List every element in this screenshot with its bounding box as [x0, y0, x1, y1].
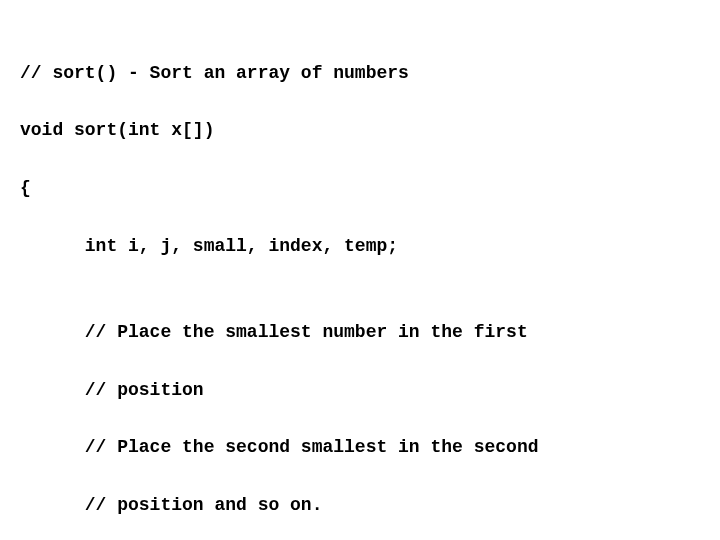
code-line: { [20, 174, 700, 203]
code-line: void sort(int x[]) [20, 116, 700, 145]
code-line: // position and so on. [20, 491, 700, 520]
code-block: // sort() - Sort an array of numbers voi… [0, 0, 720, 540]
code-line: int i, j, small, index, temp; [20, 232, 700, 261]
code-line: // position [20, 376, 700, 405]
code-line: // Place the second smallest in the seco… [20, 433, 700, 462]
code-line: // Place the smallest number in the firs… [20, 318, 700, 347]
code-line: // sort() - Sort an array of numbers [20, 59, 700, 88]
